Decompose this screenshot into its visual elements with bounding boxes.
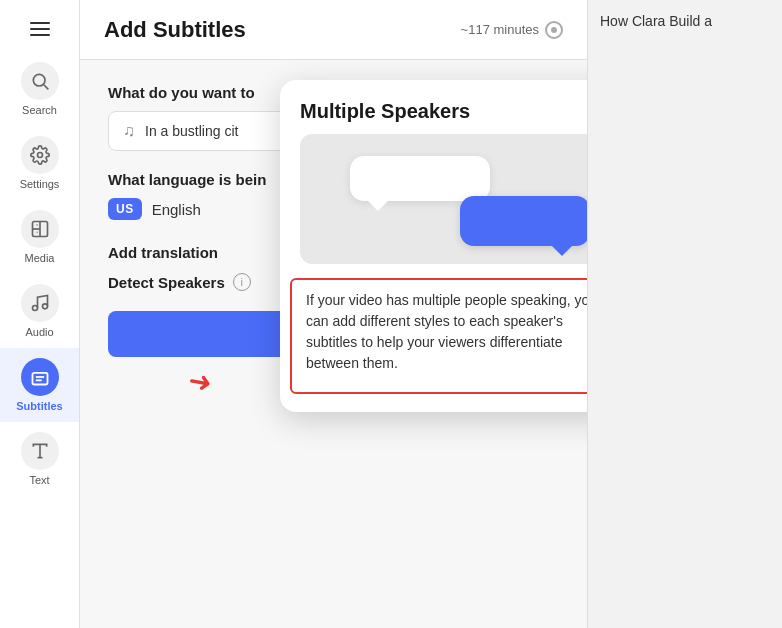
svg-point-2: [37, 153, 42, 158]
svg-line-1: [43, 85, 48, 90]
sidebar-item-subtitles[interactable]: Subtitles: [0, 348, 79, 422]
sidebar: Search Settings Media: [0, 0, 80, 628]
svg-point-0: [33, 74, 45, 86]
speech-bubble-white: [350, 156, 490, 201]
sidebar-item-search[interactable]: Search: [0, 52, 79, 126]
music-input-value: In a bustling cit: [145, 123, 238, 139]
duration-text: ~117 minutes: [461, 22, 539, 37]
music-icon: ♫: [123, 122, 135, 140]
settings-icon: [30, 145, 50, 165]
media-icon-container: [21, 210, 59, 248]
right-panel: How Clara Build a: [587, 0, 782, 628]
sidebar-item-search-label: Search: [22, 104, 57, 116]
subtitles-icon-container: [21, 358, 59, 396]
sidebar-item-text-label: Text: [29, 474, 49, 486]
audio-icon-container: [21, 284, 59, 322]
svg-rect-8: [32, 373, 47, 385]
media-icon: [30, 219, 50, 239]
main-content: Add Subtitles ~117 minutes What do you w…: [80, 0, 587, 628]
search-icon: [30, 71, 50, 91]
settings-icon-container: [21, 136, 59, 174]
text-icon: [30, 441, 50, 461]
hamburger-icon[interactable]: [30, 22, 50, 36]
duration-icon: [545, 21, 563, 39]
sidebar-item-media[interactable]: Media: [0, 200, 79, 274]
sidebar-item-settings-label: Settings: [20, 178, 60, 190]
sidebar-top: [0, 12, 79, 52]
sidebar-item-settings[interactable]: Settings: [0, 126, 79, 200]
speech-bubble-blue: [460, 196, 587, 246]
popup-illustration: [300, 134, 587, 264]
svg-point-7: [42, 304, 47, 309]
audio-icon: [30, 293, 50, 313]
language-badge: US: [108, 198, 142, 220]
sidebar-item-subtitles-label: Subtitles: [16, 400, 62, 412]
popup-header: Multiple Speakers ×: [280, 80, 587, 134]
right-panel-title: How Clara Build a: [600, 13, 712, 29]
text-icon-container: [21, 432, 59, 470]
page-header: Add Subtitles ~117 minutes: [80, 0, 587, 60]
info-icon[interactable]: i: [233, 273, 251, 291]
sidebar-item-audio[interactable]: Audio: [0, 274, 79, 348]
detect-label: Detect Speakers: [108, 274, 225, 291]
language-value: English: [152, 201, 201, 218]
svg-point-6: [32, 306, 37, 311]
duration-display: ~117 minutes: [461, 21, 563, 39]
subtitles-icon: [30, 367, 50, 387]
popup-description: If your video has multiple people speaki…: [290, 278, 587, 394]
search-icon-container: [21, 62, 59, 100]
sidebar-item-audio-label: Audio: [25, 326, 53, 338]
page-title: Add Subtitles: [104, 17, 246, 43]
sidebar-item-text[interactable]: Text: [0, 422, 79, 496]
multiple-speakers-popup: Multiple Speakers × If your video has mu…: [280, 80, 587, 412]
sidebar-item-media-label: Media: [25, 252, 55, 264]
popup-title: Multiple Speakers: [300, 100, 470, 123]
